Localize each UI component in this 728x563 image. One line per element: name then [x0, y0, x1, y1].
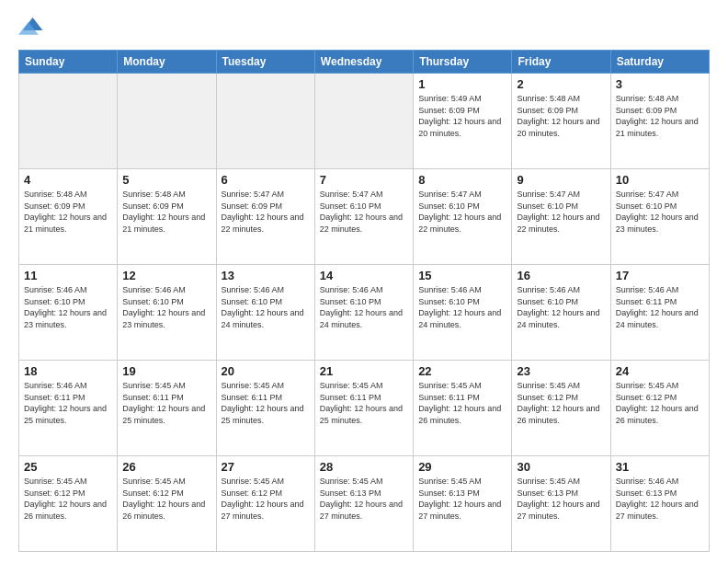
day-detail: Sunrise: 5:45 AM Sunset: 6:13 PM Dayligh…: [418, 476, 506, 522]
day-cell-10: 10Sunrise: 5:47 AM Sunset: 6:10 PM Dayli…: [610, 169, 709, 265]
day-number: 19: [122, 364, 210, 378]
day-number: 11: [24, 269, 112, 282]
day-number: 16: [517, 269, 605, 282]
day-detail: Sunrise: 5:45 AM Sunset: 6:12 PM Dayligh…: [222, 476, 310, 522]
day-detail: Sunrise: 5:47 AM Sunset: 6:10 PM Dayligh…: [418, 189, 506, 235]
day-number: 2: [517, 77, 605, 91]
day-detail: Sunrise: 5:49 AM Sunset: 6:09 PM Dayligh…: [418, 93, 506, 139]
day-number: 4: [24, 173, 112, 187]
day-cell-8: 8Sunrise: 5:47 AM Sunset: 6:10 PM Daylig…: [414, 169, 512, 265]
calendar-header-row: SundayMondayTuesdayWednesdayThursdayFrid…: [19, 51, 710, 74]
day-cell-4: 4Sunrise: 5:48 AM Sunset: 6:09 PM Daylig…: [19, 169, 118, 265]
day-number: 29: [418, 460, 506, 474]
col-header-wednesday: Wednesday: [314, 51, 413, 74]
col-header-tuesday: Tuesday: [216, 51, 314, 74]
day-cell-empty: [216, 74, 314, 169]
day-number: 3: [616, 77, 704, 91]
day-detail: Sunrise: 5:46 AM Sunset: 6:10 PM Dayligh…: [517, 284, 605, 330]
day-detail: Sunrise: 5:45 AM Sunset: 6:12 PM Dayligh…: [517, 380, 605, 426]
day-cell-12: 12Sunrise: 5:46 AM Sunset: 6:10 PM Dayli…: [118, 265, 216, 361]
day-number: 5: [122, 173, 210, 187]
day-detail: Sunrise: 5:45 AM Sunset: 6:13 PM Dayligh…: [517, 476, 605, 522]
day-cell-27: 27Sunrise: 5:45 AM Sunset: 6:12 PM Dayli…: [216, 456, 314, 552]
day-detail: Sunrise: 5:45 AM Sunset: 6:13 PM Dayligh…: [320, 476, 408, 522]
day-number: 27: [222, 460, 310, 474]
day-detail: Sunrise: 5:48 AM Sunset: 6:09 PM Dayligh…: [122, 189, 210, 235]
day-detail: Sunrise: 5:46 AM Sunset: 6:11 PM Dayligh…: [616, 284, 704, 330]
day-cell-25: 25Sunrise: 5:45 AM Sunset: 6:12 PM Dayli…: [19, 456, 118, 552]
day-number: 7: [320, 173, 408, 187]
day-cell-7: 7Sunrise: 5:47 AM Sunset: 6:10 PM Daylig…: [314, 169, 413, 265]
header: [18, 15, 710, 40]
day-number: 28: [320, 460, 408, 474]
day-detail: Sunrise: 5:46 AM Sunset: 6:10 PM Dayligh…: [222, 284, 310, 330]
day-detail: Sunrise: 5:47 AM Sunset: 6:09 PM Dayligh…: [222, 189, 310, 235]
day-number: 13: [222, 269, 310, 282]
day-detail: Sunrise: 5:47 AM Sunset: 6:10 PM Dayligh…: [320, 189, 408, 235]
day-cell-23: 23Sunrise: 5:45 AM Sunset: 6:12 PM Dayli…: [512, 361, 610, 456]
day-cell-26: 26Sunrise: 5:45 AM Sunset: 6:12 PM Dayli…: [118, 456, 216, 552]
day-detail: Sunrise: 5:45 AM Sunset: 6:11 PM Dayligh…: [418, 380, 506, 426]
day-detail: Sunrise: 5:46 AM Sunset: 6:10 PM Dayligh…: [122, 284, 210, 330]
day-number: 30: [517, 460, 605, 474]
day-number: 12: [122, 269, 210, 282]
logo: [18, 15, 48, 40]
week-row-0: 1Sunrise: 5:49 AM Sunset: 6:09 PM Daylig…: [19, 74, 710, 169]
day-number: 25: [24, 460, 112, 474]
day-number: 1: [418, 77, 506, 91]
day-number: 15: [418, 269, 506, 282]
col-header-monday: Monday: [118, 51, 216, 74]
day-number: 26: [122, 460, 210, 474]
day-cell-15: 15Sunrise: 5:46 AM Sunset: 6:10 PM Dayli…: [414, 265, 512, 361]
day-detail: Sunrise: 5:45 AM Sunset: 6:12 PM Dayligh…: [616, 380, 704, 426]
day-number: 18: [24, 364, 112, 378]
week-row-4: 25Sunrise: 5:45 AM Sunset: 6:12 PM Dayli…: [19, 456, 710, 552]
day-cell-24: 24Sunrise: 5:45 AM Sunset: 6:12 PM Dayli…: [610, 361, 709, 456]
day-number: 8: [418, 173, 506, 187]
day-number: 9: [517, 173, 605, 187]
day-number: 10: [616, 173, 704, 187]
day-cell-empty: [314, 74, 413, 169]
day-cell-2: 2Sunrise: 5:48 AM Sunset: 6:09 PM Daylig…: [512, 74, 610, 169]
day-detail: Sunrise: 5:46 AM Sunset: 6:10 PM Dayligh…: [418, 284, 506, 330]
col-header-sunday: Sunday: [19, 51, 118, 74]
day-number: 14: [320, 269, 408, 282]
day-cell-6: 6Sunrise: 5:47 AM Sunset: 6:09 PM Daylig…: [216, 169, 314, 265]
day-number: 31: [616, 460, 704, 474]
week-row-1: 4Sunrise: 5:48 AM Sunset: 6:09 PM Daylig…: [19, 169, 710, 265]
day-number: 6: [222, 173, 310, 187]
day-detail: Sunrise: 5:48 AM Sunset: 6:09 PM Dayligh…: [24, 189, 112, 235]
day-cell-21: 21Sunrise: 5:45 AM Sunset: 6:11 PM Dayli…: [314, 361, 413, 456]
day-detail: Sunrise: 5:45 AM Sunset: 6:12 PM Dayligh…: [24, 476, 112, 522]
page: SundayMondayTuesdayWednesdayThursdayFrid…: [0, 0, 728, 563]
day-detail: Sunrise: 5:45 AM Sunset: 6:11 PM Dayligh…: [320, 380, 408, 426]
day-number: 22: [418, 364, 506, 378]
day-detail: Sunrise: 5:47 AM Sunset: 6:10 PM Dayligh…: [616, 189, 704, 235]
calendar-table: SundayMondayTuesdayWednesdayThursdayFrid…: [18, 50, 710, 552]
week-row-3: 18Sunrise: 5:46 AM Sunset: 6:11 PM Dayli…: [19, 361, 710, 456]
day-detail: Sunrise: 5:45 AM Sunset: 6:11 PM Dayligh…: [122, 380, 210, 426]
col-header-thursday: Thursday: [414, 51, 512, 74]
day-detail: Sunrise: 5:47 AM Sunset: 6:10 PM Dayligh…: [517, 189, 605, 235]
day-cell-29: 29Sunrise: 5:45 AM Sunset: 6:13 PM Dayli…: [414, 456, 512, 552]
day-detail: Sunrise: 5:46 AM Sunset: 6:10 PM Dayligh…: [24, 284, 112, 330]
day-detail: Sunrise: 5:46 AM Sunset: 6:10 PM Dayligh…: [320, 284, 408, 330]
day-detail: Sunrise: 5:46 AM Sunset: 6:13 PM Dayligh…: [616, 476, 704, 522]
day-detail: Sunrise: 5:48 AM Sunset: 6:09 PM Dayligh…: [517, 93, 605, 139]
day-cell-22: 22Sunrise: 5:45 AM Sunset: 6:11 PM Dayli…: [414, 361, 512, 456]
day-cell-3: 3Sunrise: 5:48 AM Sunset: 6:09 PM Daylig…: [610, 74, 709, 169]
day-number: 20: [222, 364, 310, 378]
day-cell-11: 11Sunrise: 5:46 AM Sunset: 6:10 PM Dayli…: [19, 265, 118, 361]
day-detail: Sunrise: 5:48 AM Sunset: 6:09 PM Dayligh…: [616, 93, 704, 139]
day-cell-20: 20Sunrise: 5:45 AM Sunset: 6:11 PM Dayli…: [216, 361, 314, 456]
day-cell-empty: [19, 74, 118, 169]
day-cell-1: 1Sunrise: 5:49 AM Sunset: 6:09 PM Daylig…: [414, 74, 512, 169]
day-cell-17: 17Sunrise: 5:46 AM Sunset: 6:11 PM Dayli…: [610, 265, 709, 361]
col-header-saturday: Saturday: [610, 51, 709, 74]
day-cell-18: 18Sunrise: 5:46 AM Sunset: 6:11 PM Dayli…: [19, 361, 118, 456]
day-cell-31: 31Sunrise: 5:46 AM Sunset: 6:13 PM Dayli…: [610, 456, 709, 552]
day-number: 17: [616, 269, 704, 282]
day-cell-19: 19Sunrise: 5:45 AM Sunset: 6:11 PM Dayli…: [118, 361, 216, 456]
day-detail: Sunrise: 5:45 AM Sunset: 6:11 PM Dayligh…: [222, 380, 310, 426]
day-number: 24: [616, 364, 704, 378]
